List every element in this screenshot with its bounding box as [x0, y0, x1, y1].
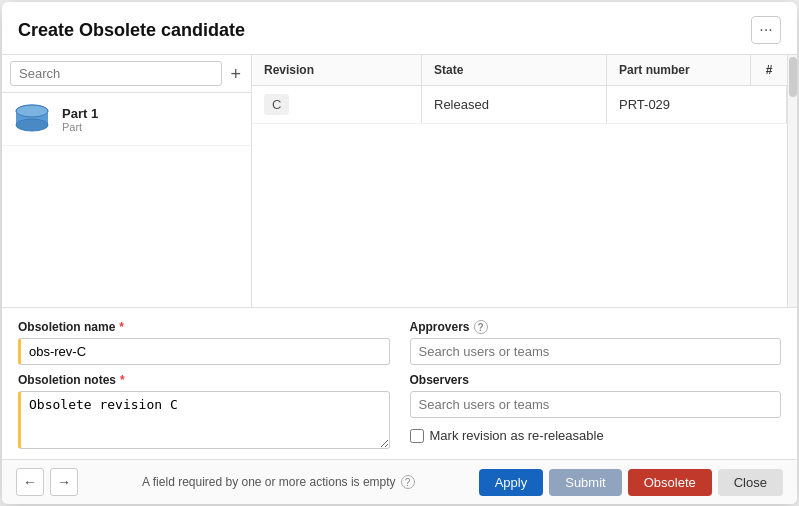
approvers-help-icon[interactable]: ? [474, 320, 488, 334]
more-icon: ··· [759, 21, 772, 39]
right-panel: Revision State Part number # C Released … [252, 55, 787, 307]
required-marker-notes: * [120, 373, 125, 387]
forward-button[interactable]: → [50, 468, 78, 496]
form-row: Obsoletion name * Obsoletion notes * Obs… [18, 320, 781, 449]
col-hash-icon: # [751, 55, 787, 85]
more-options-button[interactable]: ··· [751, 16, 781, 44]
approvers-input[interactable] [410, 338, 782, 365]
dialog-title: Create Obsolete candidate [18, 20, 245, 41]
col-part-number: Part number [607, 55, 751, 85]
form-area: Obsoletion name * Obsoletion notes * Obs… [2, 307, 797, 459]
svg-point-2 [16, 119, 48, 131]
form-col-left: Obsoletion name * Obsoletion notes * Obs… [18, 320, 390, 449]
dialog-header: Create Obsolete candidate ··· [2, 2, 797, 55]
add-button[interactable]: + [228, 65, 243, 83]
dialog-body: + Part 1 Part Revision State [2, 55, 797, 307]
footer-right: Apply Submit Obsolete Close [479, 469, 783, 496]
observers-label: Observers [410, 373, 782, 387]
cell-revision: C [252, 86, 422, 123]
observers-input[interactable] [410, 391, 782, 418]
obsoletion-name-label: Obsoletion name * [18, 320, 390, 334]
svg-point-3 [16, 105, 48, 117]
footer-left: ← → [16, 468, 78, 496]
part-name: Part 1 [62, 106, 98, 121]
col-state: State [422, 55, 607, 85]
create-obsolete-dialog: Create Obsolete candidate ··· + Part [2, 2, 797, 504]
re-releasable-checkbox[interactable] [410, 429, 424, 443]
search-bar: + [2, 55, 251, 93]
left-panel: + Part 1 Part [2, 55, 252, 307]
re-releasable-row: Mark revision as re-releasable [410, 428, 782, 443]
cell-part-number: PRT-029 [607, 86, 787, 123]
search-input[interactable] [10, 61, 222, 86]
required-marker: * [119, 320, 124, 334]
back-button[interactable]: ← [16, 468, 44, 496]
scrollbar-thumb [789, 57, 797, 97]
back-icon: ← [23, 474, 37, 490]
apply-button[interactable]: Apply [479, 469, 544, 496]
col-revision: Revision [252, 55, 422, 85]
submit-button[interactable]: Submit [549, 469, 621, 496]
obsolete-button[interactable]: Obsolete [628, 469, 712, 496]
cell-state: Released [422, 86, 607, 123]
part-type: Part [62, 121, 98, 133]
part-info: Part 1 Part [62, 106, 98, 133]
dialog-footer: ← → A field required by one or more acti… [2, 459, 797, 504]
table-body: C Released PRT-029 [252, 86, 787, 307]
footer-center: A field required by one or more actions … [142, 475, 414, 489]
revision-value: C [264, 94, 289, 115]
close-button[interactable]: Close [718, 469, 783, 496]
table-row: C Released PRT-029 [252, 86, 787, 124]
footer-help-icon[interactable]: ? [401, 475, 415, 489]
obsoletion-notes-label: Obsoletion notes * [18, 373, 390, 387]
re-releasable-label[interactable]: Mark revision as re-releasable [430, 428, 604, 443]
table-header: Revision State Part number # [252, 55, 787, 86]
required-msg: A field required by one or more actions … [142, 475, 395, 489]
part-icon [12, 101, 52, 137]
obsoletion-name-input[interactable] [18, 338, 390, 365]
part-item: Part 1 Part [2, 93, 251, 146]
obsoletion-notes-input[interactable]: Obsolete revision C [18, 391, 390, 449]
forward-icon: → [57, 474, 71, 490]
approvers-label: Approvers ? [410, 320, 782, 334]
scrollbar[interactable] [787, 55, 797, 307]
form-col-right: Approvers ? Observers Mark revision as r… [410, 320, 782, 449]
